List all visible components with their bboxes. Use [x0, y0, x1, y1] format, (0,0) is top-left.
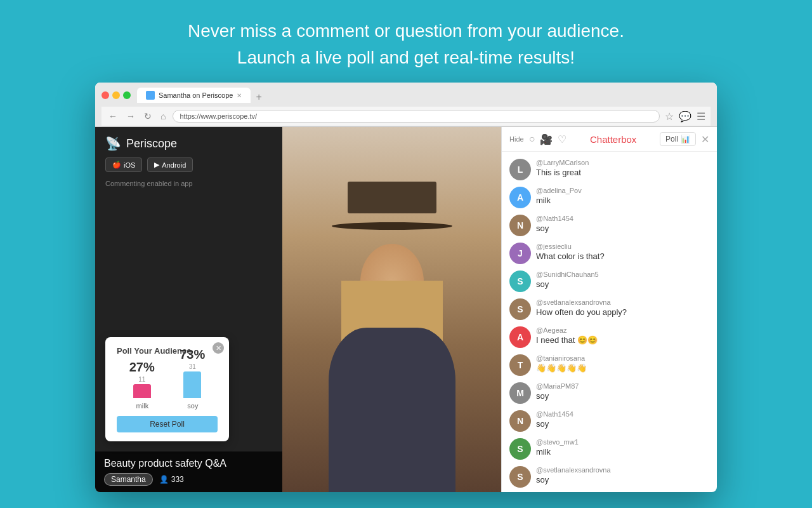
poll-option2-group: 73% 31: [180, 347, 205, 398]
chat-message: S @svetlanalexsandrovna soy: [502, 463, 717, 491]
poll-label-option1: milk: [136, 402, 149, 410]
chat-message: T @tanianirosana 👋👋👋👋👋: [502, 351, 717, 379]
extension-icon[interactable]: 💬: [679, 110, 691, 123]
chat-message: J @jessiecliu What color is that?: [502, 239, 717, 267]
periscope-logo-text: Periscope: [126, 137, 177, 150]
chat-text: soy: [536, 391, 709, 402]
header-line1: Never miss a comment or question from yo…: [188, 21, 624, 41]
new-tab-button[interactable]: +: [251, 91, 266, 103]
poll-option1-percent: 27%: [129, 360, 155, 375]
poll-option-labels: milk soy: [117, 402, 218, 410]
chat-content: @LarryMCarlson This is great: [536, 159, 709, 178]
chat-text: 👋👋👋👋👋: [536, 363, 709, 374]
traffic-light-yellow[interactable]: [112, 91, 120, 99]
hide-button[interactable]: Hide: [509, 135, 524, 143]
traffic-light-green[interactable]: [123, 91, 131, 99]
menu-icon[interactable]: ☰: [697, 110, 705, 123]
chat-content: @Nath1454 soy: [536, 215, 709, 234]
poll-option1-group: 27% 11: [129, 360, 155, 398]
hat-shape: [348, 182, 436, 213]
chat-username: @tanianirosana: [536, 354, 709, 362]
poll-close-button[interactable]: ✕: [213, 342, 224, 354]
stream-title-bar: Beauty product safety Q&A Samantha 👤 333: [95, 451, 282, 492]
person-figure: [282, 127, 501, 492]
video-content: [282, 127, 501, 492]
chat-username: @Nath1454: [536, 215, 709, 222]
browser-content: 📡 Periscope 🍎 iOS ▶ Android Commenting e…: [95, 127, 717, 492]
hat-brim: [332, 222, 452, 230]
chatterbox-title: Chatterbox: [572, 134, 655, 145]
heart-icon: ♡: [558, 133, 566, 145]
chat-message: T @tanianirosana Thanks for sharing!: [502, 491, 717, 492]
chat-username: @Nath1454: [536, 410, 709, 418]
chat-text: soy: [536, 475, 709, 486]
chat-icon: ○: [529, 133, 535, 145]
avatar: S: [509, 438, 531, 460]
reset-poll-button[interactable]: Reset Poll: [117, 416, 218, 432]
traffic-lights: [102, 91, 131, 99]
chat-content: @svetlanalexsandrovna soy: [536, 466, 709, 486]
page-background: Never miss a comment or question from yo…: [0, 0, 812, 508]
avatar: S: [509, 298, 531, 320]
chat-content: @jessiecliu What color is that?: [536, 243, 709, 262]
chat-text: What color is that?: [536, 251, 709, 262]
traffic-light-red[interactable]: [102, 91, 109, 99]
browser-tabs: Samantha on Periscope ✕ +: [137, 88, 267, 103]
refresh-button[interactable]: ↻: [142, 111, 154, 121]
chat-message: S @stevo_mw1 milk: [502, 435, 717, 463]
browser-window: Samantha on Periscope ✕ + ← → ↻ ⌂ ☆ 💬 ☰: [95, 83, 717, 492]
chat-content: @adelina_Pov milk: [536, 187, 709, 206]
video-icon: 🎥: [540, 133, 553, 145]
chat-message: N @Nath1454 soy: [502, 407, 717, 435]
android-button[interactable]: ▶ Android: [147, 157, 193, 172]
page-header: Never miss a comment or question from yo…: [0, 0, 812, 83]
chat-message: A @adelina_Pov milk: [502, 184, 717, 211]
chat-message: S @svetlanalexsandrovna How often do you…: [502, 295, 717, 323]
poll-label-option2: soy: [187, 402, 198, 410]
chat-message: M @MariaPM87 soy: [502, 379, 717, 407]
tab-close-icon[interactable]: ✕: [237, 92, 242, 99]
chatterbox-panel: Hide ○ 🎥 ♡ Chatterbox Poll 📊 ✕ L: [501, 127, 717, 492]
chat-text: How often do you apply?: [536, 307, 709, 318]
chat-username: @adelina_Pov: [536, 187, 709, 194]
chat-message: L @LarryMCarlson This is great: [502, 156, 717, 184]
chat-username: @Aegeaz: [536, 326, 709, 334]
chat-username: @svetlanalexsandrovna: [536, 466, 709, 474]
avatar: L: [509, 159, 531, 180]
chat-messages-list[interactable]: L @LarryMCarlson This is great A @adelin…: [502, 152, 717, 492]
home-button[interactable]: ⌂: [159, 111, 167, 121]
chat-username: @svetlanalexsandrovna: [536, 298, 709, 306]
chat-content: @stevo_mw1 milk: [536, 438, 709, 458]
forward-button[interactable]: →: [124, 111, 137, 121]
chat-message: A @Aegeaz I need that 😊😊: [502, 323, 717, 351]
avatar: S: [509, 271, 531, 292]
commenting-notice: Commenting enabled in app: [95, 180, 282, 194]
active-tab[interactable]: Samantha on Periscope ✕: [137, 88, 251, 103]
avatar: T: [509, 354, 531, 376]
close-icon[interactable]: ✕: [701, 133, 709, 145]
tab-favicon: [146, 91, 155, 100]
chat-text: soy: [536, 279, 709, 290]
browser-chrome: Samantha on Periscope ✕ + ← → ↻ ⌂ ☆ 💬 ☰: [95, 83, 717, 127]
periscope-logo-icon: 📡: [105, 136, 121, 151]
periscope-sidebar: 📡 Periscope 🍎 iOS ▶ Android Commenting e…: [95, 127, 282, 492]
body-shape: [329, 328, 455, 492]
video-area: [282, 127, 501, 492]
poll-toggle-button[interactable]: Poll 📊: [660, 132, 696, 146]
chat-content: @Nath1454 soy: [536, 410, 709, 430]
ios-label: iOS: [124, 161, 135, 169]
back-button[interactable]: ←: [107, 111, 119, 121]
chat-username: @LarryMCarlson: [536, 159, 709, 166]
header-line2: Launch a live poll and get real-time res…: [237, 48, 575, 67]
chat-message: N @Nath1454 soy: [502, 211, 717, 239]
stream-meta: Samantha 👤 333: [104, 473, 273, 486]
chat-content: @tanianirosana 👋👋👋👋👋: [536, 354, 709, 374]
chat-content: @MariaPM87 soy: [536, 382, 709, 402]
bookmark-icon[interactable]: ☆: [665, 110, 674, 123]
chat-text: milk: [536, 447, 709, 458]
url-input[interactable]: [173, 110, 660, 123]
chat-message: S @SunidhiChauhan5 soy: [502, 267, 717, 295]
avatar: N: [509, 215, 531, 236]
ios-button[interactable]: 🍎 iOS: [105, 157, 142, 172]
chat-text: I need that 😊😊: [536, 335, 709, 346]
